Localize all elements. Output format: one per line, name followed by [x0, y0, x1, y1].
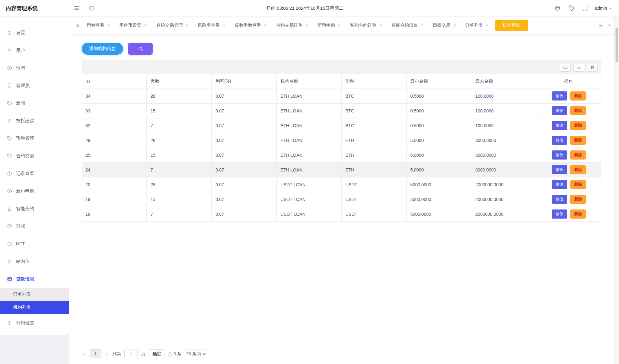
clock-text: 纽约:03:06:21 2024年10月15日星期二: [266, 5, 343, 11]
collapse-menu-icon[interactable]: [73, 5, 80, 11]
tab-close-icon[interactable]: ×: [144, 23, 147, 28]
table-row[interactable]: 20280.07USDT LOANUSDT5000.00002000000.00…: [82, 177, 601, 192]
table-row[interactable]: 3270.07ETH LOANBTC0.5000100.0000修改删除: [82, 118, 601, 133]
add-institution-button[interactable]: 添加机构信息: [82, 43, 123, 55]
sidebar-item-loan[interactable]: 贷款信息: [0, 270, 69, 288]
cell-name: USDT LOAN: [276, 207, 341, 221]
sidebar-item-wallet[interactable]: 钱包: [0, 59, 69, 77]
tab-11[interactable]: 订单列表×: [461, 20, 493, 31]
export-button[interactable]: [573, 63, 584, 72]
edit-button[interactable]: 修改: [552, 136, 567, 145]
sidebar-item-history[interactable]: 记录查看: [0, 165, 69, 182]
edit-button[interactable]: 修改: [552, 150, 567, 160]
cell-currency: BTC: [341, 89, 406, 103]
tab-close-icon[interactable]: ×: [186, 23, 188, 28]
tab-close-icon[interactable]: ×: [379, 23, 382, 28]
tab-12[interactable]: 机构列表: [495, 20, 528, 31]
tab-close-icon[interactable]: ×: [222, 23, 225, 28]
delete-button[interactable]: 删除: [570, 195, 586, 204]
tab-close-icon[interactable]: ×: [453, 23, 456, 28]
table-row[interactable]: 34280.07ETH LOANBTC0.5000100.0000修改删除: [82, 89, 601, 103]
tab-close-icon[interactable]: ×: [486, 23, 489, 28]
goto-page-input[interactable]: [124, 350, 138, 358]
theme-icon[interactable]: [554, 5, 561, 11]
distribution-icon: [7, 320, 12, 326]
user-menu[interactable]: admin: [595, 6, 613, 11]
table-row[interactable]: 33150.07ETH LOANBTC0.5000100.0000修改删除: [82, 103, 601, 118]
tab-1[interactable]: 币种查看×: [82, 20, 115, 31]
tag-icon[interactable]: [568, 5, 574, 11]
table-row[interactable]: 1870.07USDT LOANUSDT5000.00002000000.000…: [82, 207, 601, 221]
sidebar-item-contract[interactable]: 合约交易: [0, 147, 69, 165]
delete-button[interactable]: 删除: [570, 136, 586, 145]
edit-button[interactable]: 修改: [552, 121, 567, 130]
edit-button[interactable]: 修改: [552, 106, 567, 115]
tabs-scroll-left-icon[interactable]: «: [73, 22, 82, 29]
tab-2[interactable]: 平台币设置×: [115, 20, 152, 31]
tab-4[interactable]: 风险率查看×: [193, 20, 230, 31]
tab-close-icon[interactable]: ×: [421, 23, 423, 28]
tab-close-icon[interactable]: ×: [107, 23, 110, 28]
tabs-collapse-icon[interactable]: [605, 23, 615, 28]
tab-close-icon[interactable]: ×: [264, 23, 267, 28]
table-row[interactable]: 19150.07USDT LOANUSDT5000.00002000000.00…: [82, 192, 601, 207]
delete-button[interactable]: 删除: [570, 165, 586, 174]
sidebar-item-gear[interactable]: 设置: [0, 24, 69, 41]
cell-id: 24: [82, 162, 147, 177]
fullscreen-icon[interactable]: [582, 5, 588, 11]
edit-button[interactable]: 修改: [552, 165, 567, 174]
edit-button[interactable]: 修改: [552, 195, 567, 204]
sidebar-item-subscribe[interactable]: 新币申购: [0, 182, 69, 200]
tab-close-icon[interactable]: ×: [305, 23, 308, 28]
sidebar-item-user[interactable]: 用户: [0, 41, 69, 59]
sidebar-item-smart-contract[interactable]: 智能合约: [0, 200, 69, 217]
delete-button[interactable]: 删除: [570, 180, 586, 189]
sidebar-item-label: 钱包: [16, 65, 25, 71]
current-page[interactable]: 1: [90, 349, 101, 358]
sidebar-item-link[interactable]: 投拆建议: [0, 112, 69, 129]
sidebar-item-news[interactable]: 新闻: [0, 94, 69, 112]
columns-button[interactable]: [560, 63, 571, 72]
tab-9[interactable]: 智能合约设置×: [387, 20, 428, 31]
content-panel: 添加机构信息 ID天数利率(%)机构名称币种最小金额最大金额操作 34280.0…: [69, 35, 619, 364]
edit-button[interactable]: 修改: [552, 180, 567, 189]
tab-8[interactable]: 智能合约订单×: [345, 20, 387, 31]
delete-button[interactable]: 删除: [570, 121, 586, 130]
delete-button[interactable]: 删除: [570, 91, 586, 101]
page-scrollbar[interactable]: [614, 16, 619, 364]
edit-button[interactable]: 修改: [552, 209, 567, 219]
prev-page-icon[interactable]: ‹: [82, 350, 86, 357]
sidebar-item-message[interactable]: 站内信: [0, 253, 69, 270]
confirm-button[interactable]: 确定: [149, 349, 165, 358]
delete-button[interactable]: 删除: [570, 106, 586, 115]
sidebar-item-option[interactable]: 期权: [0, 217, 69, 235]
tab-7[interactable]: 新币申购×: [313, 20, 345, 31]
sidebar-item-coin[interactable]: 币种管理: [0, 129, 69, 147]
next-page-icon[interactable]: ›: [105, 350, 109, 357]
tab-5[interactable]: 倍数手数查看×: [230, 20, 271, 31]
print-button[interactable]: [587, 63, 598, 72]
delete-button[interactable]: 删除: [570, 209, 586, 219]
tab-3[interactable]: 合约交易管理×: [152, 20, 193, 31]
delete-button[interactable]: 删除: [570, 150, 586, 160]
tab-10[interactable]: 期权交易×: [428, 20, 461, 31]
sidebar-subitem[interactable]: 订单列表: [0, 288, 69, 301]
sidebar-item-nft[interactable]: NFT: [0, 235, 69, 253]
tab-close-icon[interactable]: ×: [338, 23, 341, 28]
scrollbar-thumb[interactable]: [616, 28, 618, 62]
search-button[interactable]: [128, 43, 153, 55]
edit-button[interactable]: 修改: [552, 91, 567, 101]
tab-6[interactable]: 合约交易订单×: [271, 20, 313, 31]
cell-days: 15: [147, 192, 212, 207]
coin-icon: [7, 136, 12, 141]
cell-currency: BTC: [341, 103, 406, 118]
refresh-icon[interactable]: [89, 5, 95, 11]
table-row[interactable]: 29280.07ETH LOANETH5.00003000.0000修改删除: [82, 133, 601, 148]
page-size-select[interactable]: 20 条/页: [185, 350, 207, 358]
sidebar-subitem[interactable]: 机构列表: [0, 301, 69, 314]
table-row[interactable]: 25150.07ETH LOANETH5.00003000.0000修改删除: [82, 148, 601, 162]
table-row[interactable]: 2470.07ETH LOANETH5.00003000.0000修改删除: [82, 162, 601, 177]
sidebar-item-distribution[interactable]: 分销设置: [0, 314, 69, 332]
tabs-scroll-right-icon[interactable]: »: [596, 22, 605, 29]
sidebar-item-shield[interactable]: 管理员: [0, 77, 69, 94]
